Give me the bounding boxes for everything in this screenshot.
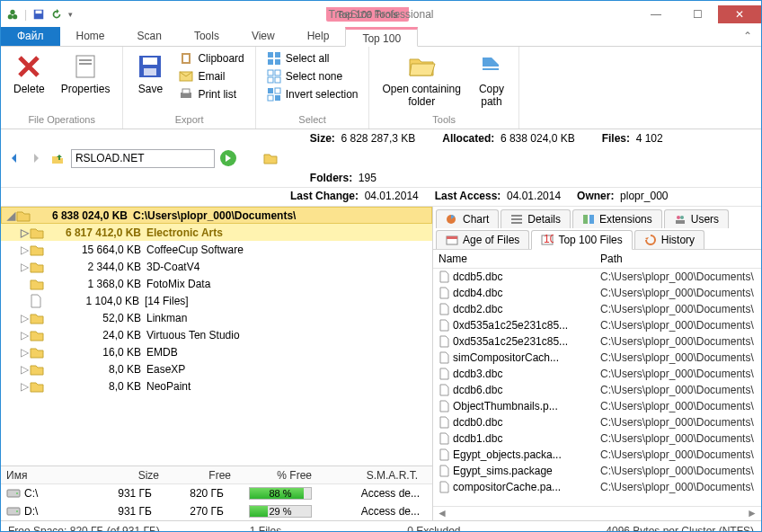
- file-row[interactable]: Egypt_objects.packa...C:\Users\plopr_000…: [433, 447, 761, 463]
- svg-rect-21: [275, 70, 280, 75]
- drives-header-smart[interactable]: S.M.A.R.T.: [312, 469, 427, 482]
- drive-row[interactable]: D:\ 931 ГБ 270 ГБ 29 % Access de...: [1, 502, 432, 520]
- go-button[interactable]: [220, 150, 236, 166]
- folder-info-icon: [263, 151, 278, 165]
- file-row[interactable]: dcdb2.dbcC:\Users\plopr_000\Documents\: [433, 301, 761, 317]
- save-button[interactable]: Save: [132, 50, 168, 97]
- file-row[interactable]: Egypt_sims.packageC:\Users\plopr_000\Doc…: [433, 463, 761, 479]
- tree-root[interactable]: ◢ 6 838 024,0 KB C:\Users\plopr_000\Docu…: [1, 207, 432, 224]
- svg-rect-6: [79, 59, 92, 61]
- svg-rect-27: [275, 95, 280, 101]
- file-row[interactable]: dcdb5.dbcC:\Users\plopr_000\Documents\: [433, 269, 761, 285]
- svg-rect-34: [511, 218, 522, 220]
- status-cluster: 4096 Bytes per Cluster (NTFS): [606, 525, 754, 533]
- svg-rect-26: [268, 95, 273, 101]
- tree-row[interactable]: 1 368,0 KBFotoMix Data: [1, 275, 432, 292]
- select-all-button[interactable]: Select all: [265, 50, 360, 66]
- file-row[interactable]: 0xd535a1c25e231c85...C:\Users\plopr_000\…: [433, 317, 761, 333]
- svg-point-31: [16, 510, 18, 512]
- file-row[interactable]: dcdb3.dbcC:\Users\plopr_000\Documents\: [433, 366, 761, 382]
- file-row[interactable]: dcdb1.dbcC:\Users\plopr_000\Documents\: [433, 430, 761, 447]
- nav-forward-button[interactable]: [28, 150, 44, 166]
- tab-view[interactable]: View: [235, 27, 291, 46]
- group-file-operations: File Operations: [10, 112, 113, 127]
- address-input[interactable]: [71, 149, 215, 168]
- svg-rect-7: [79, 63, 92, 65]
- group-select: Select: [265, 112, 360, 127]
- status-excluded: 0 Excluded: [407, 525, 496, 533]
- status-free-space: Free Space: 820 ГБ (of 931 ГБ): [8, 525, 196, 533]
- select-none-button[interactable]: Select none: [265, 68, 360, 84]
- maximize-button[interactable]: ☐: [677, 5, 718, 23]
- svg-rect-17: [275, 52, 280, 58]
- properties-button[interactable]: Properties: [58, 50, 114, 97]
- email-button[interactable]: Email: [177, 68, 245, 84]
- tree-row[interactable]: ▷24,0 KBVirtuous Ten Studio: [1, 326, 432, 343]
- svg-rect-25: [275, 88, 280, 93]
- file-row[interactable]: simCompositorCach...C:\Users\plopr_000\D…: [433, 350, 761, 366]
- file-list-header-path[interactable]: Path: [600, 253, 623, 265]
- directory-tree[interactable]: ◢ 6 838 024,0 KB C:\Users\plopr_000\Docu…: [1, 207, 432, 440]
- tree-row[interactable]: ▷2 344,0 KB3D-CoatV4: [1, 258, 432, 275]
- hscroll-right-icon[interactable]: ►: [747, 507, 758, 520]
- tree-row[interactable]: ▷15 664,0 KBCoffeeCup Software: [1, 241, 432, 258]
- file-list[interactable]: dcdb5.dbcC:\Users\plopr_000\Documents\dc…: [433, 269, 761, 506]
- tree-row[interactable]: ▷8,0 KBEaseXP: [1, 360, 432, 377]
- right-tabs: Chart Details Extensions Users Age of Fi…: [433, 207, 761, 250]
- group-export: Export: [132, 112, 245, 127]
- rtab-details[interactable]: Details: [501, 209, 571, 228]
- nav-back-button[interactable]: [6, 150, 22, 166]
- tab-file[interactable]: Файл: [1, 27, 60, 46]
- app-icon: [6, 8, 19, 21]
- tab-top100[interactable]: Top 100: [345, 27, 418, 47]
- tree-row[interactable]: ▷6 817 412,0 KBElectronic Arts: [1, 224, 432, 241]
- svg-rect-5: [76, 56, 94, 77]
- close-button[interactable]: ✕: [718, 5, 761, 23]
- drives-header-pct[interactable]: % Free: [231, 469, 312, 482]
- rtab-extensions[interactable]: Extensions: [572, 209, 662, 228]
- tab-tools[interactable]: Tools: [178, 27, 235, 46]
- hscroll-left-icon[interactable]: ◄: [437, 507, 447, 520]
- svg-rect-36: [583, 215, 588, 224]
- rtab-users[interactable]: Users: [664, 209, 729, 228]
- drives-header-name[interactable]: Имя: [6, 469, 87, 482]
- nav-up-button[interactable]: [49, 150, 66, 166]
- file-row[interactable]: dcdb4.dbcC:\Users\plopr_000\Documents\: [433, 285, 761, 301]
- save-icon[interactable]: [32, 8, 45, 21]
- tree-row[interactable]: 1 104,0 KB[14 Files]: [1, 292, 432, 309]
- file-row[interactable]: dcdb6.dbcC:\Users\plopr_000\Documents\: [433, 382, 761, 398]
- tab-scan[interactable]: Scan: [121, 27, 178, 46]
- file-row[interactable]: ObjectThumbnails.p...C:\Users\plopr_000\…: [433, 398, 761, 414]
- file-list-header-name[interactable]: Name: [439, 253, 600, 265]
- svg-rect-15: [182, 89, 190, 93]
- tree-row[interactable]: ▷16,0 KBEMDB: [1, 343, 432, 360]
- refresh-icon[interactable]: [50, 8, 63, 21]
- copy-path-button[interactable]: Copy path: [474, 50, 509, 110]
- rtab-history[interactable]: History: [634, 230, 704, 249]
- rtab-age[interactable]: Age of Files: [436, 230, 529, 249]
- file-row[interactable]: dcdb0.dbcC:\Users\plopr_000\Documents\: [433, 414, 761, 430]
- svg-rect-37: [589, 215, 594, 224]
- rtab-top100[interactable]: 100Top 100 Files: [531, 230, 632, 250]
- minimize-button[interactable]: —: [635, 5, 677, 23]
- rtab-chart[interactable]: Chart: [436, 209, 499, 228]
- open-containing-folder-button[interactable]: Open containing folder: [378, 50, 464, 110]
- print-list-button[interactable]: Print list: [177, 86, 245, 102]
- drives-header-free[interactable]: Free: [159, 469, 231, 482]
- file-row[interactable]: 0xd535a1c25e231c85...C:\Users\plopr_000\…: [433, 333, 761, 350]
- qat-dropdown-icon[interactable]: ▾: [68, 10, 73, 19]
- drives-header-size[interactable]: Size: [87, 469, 159, 482]
- svg-point-38: [677, 216, 680, 219]
- invert-selection-button[interactable]: Invert selection: [265, 86, 360, 102]
- file-row[interactable]: compositorCache.pa...C:\Users\plopr_000\…: [433, 479, 761, 495]
- tree-row[interactable]: ▷8,0 KBNeoPaint: [1, 377, 432, 395]
- ribbon-tabs: Файл Home Scan Tools View Help Top 100 ⌃: [1, 27, 761, 47]
- tab-home[interactable]: Home: [60, 27, 121, 46]
- tree-row[interactable]: ▷52,0 KBLinkman: [1, 309, 432, 326]
- delete-button[interactable]: Delete: [10, 50, 49, 97]
- drive-row[interactable]: C:\ 931 ГБ 820 ГБ 88 % Access de...: [1, 484, 432, 502]
- tab-help[interactable]: Help: [291, 27, 346, 46]
- status-bar: Free Space: 820 ГБ (of 931 ГБ) 1 Files 0…: [1, 520, 761, 532]
- clipboard-button[interactable]: Clipboard: [177, 50, 245, 66]
- collapse-ribbon-icon[interactable]: ⌃: [743, 30, 752, 42]
